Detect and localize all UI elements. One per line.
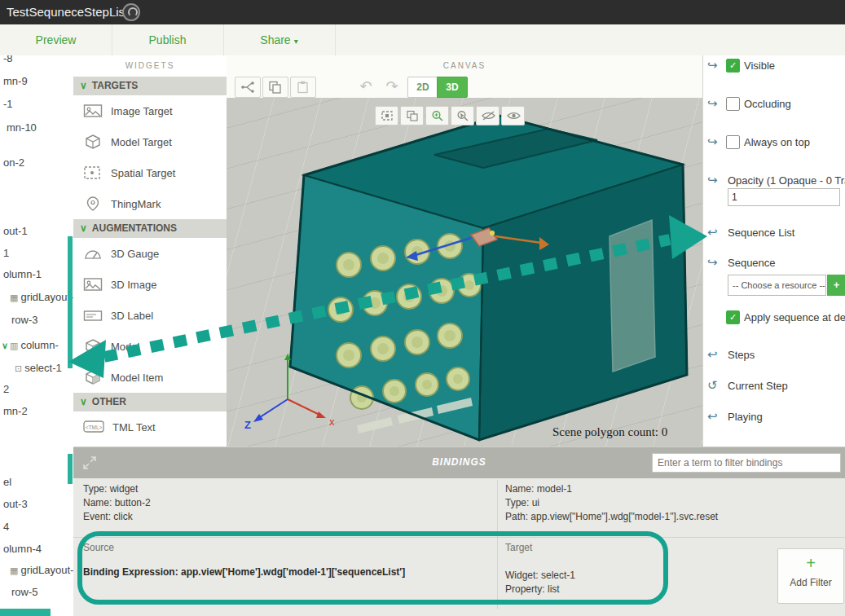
visible-checkbox[interactable]: ✓ xyxy=(726,59,740,73)
bindings-filter-input[interactable] xyxy=(652,453,841,473)
zoom-select-button[interactable] xyxy=(451,106,474,125)
plus-icon: + xyxy=(778,552,843,574)
tree-item-label: mn-10 xyxy=(7,121,37,134)
project-title: TestSequneceStepList xyxy=(7,5,128,19)
zoom-in-button[interactable] xyxy=(425,106,449,125)
section-other[interactable]: ∨OTHER xyxy=(73,393,227,411)
tree-item[interactable]: mn-10 xyxy=(0,121,73,136)
widget-3d-label[interactable]: 3D Label xyxy=(73,300,227,331)
scene-polygon-count: Scene polygon count: 0 xyxy=(552,425,702,439)
widget-3d-gauge[interactable]: 3D Gauge xyxy=(73,238,227,269)
tree-item-label: olumn-4 xyxy=(3,543,42,555)
tree-item[interactable]: olumn-1 xyxy=(0,268,73,283)
apply-sequence-checkbox[interactable]: ✓ xyxy=(726,310,740,324)
widget-model[interactable]: Model xyxy=(73,331,227,362)
tree-item-gridlayout[interactable]: ▦gridLayout-4 xyxy=(0,564,73,579)
binding-target-type: Type: ui xyxy=(505,497,539,508)
bind-arrow-icon[interactable]: ↪ xyxy=(707,134,718,149)
chevron-expanded-icon[interactable]: ∨ xyxy=(2,341,8,350)
tree-horizontal-scrollbar[interactable] xyxy=(0,609,51,616)
opacity-input[interactable] xyxy=(728,188,840,206)
binding-target-name: Name: model-1 xyxy=(505,483,572,495)
tree-item[interactable]: out-1 xyxy=(0,225,73,240)
binding-target-property[interactable]: Property: list xyxy=(505,583,560,595)
tree-item[interactable]: 4 xyxy=(0,521,73,535)
show-button[interactable] xyxy=(501,106,525,125)
steps-label: Steps xyxy=(728,349,755,361)
bind-arrow-left-icon[interactable]: ↩ xyxy=(707,409,718,424)
section-augmentations[interactable]: ∨AUGMENTATIONS xyxy=(73,219,227,238)
fit-view-button[interactable] xyxy=(375,106,398,125)
redo-button[interactable]: ↷ xyxy=(381,77,403,96)
tree-item-gridlayout[interactable]: ▦gridLayout-2 xyxy=(0,291,73,306)
occluding-checkbox[interactable] xyxy=(726,97,740,111)
binding-source-type: Type: widget xyxy=(83,483,138,495)
tree-item-column[interactable]: ∨▥column- xyxy=(0,339,73,354)
undo-icon: ↶ xyxy=(359,77,372,95)
3d-model-render: Z x xyxy=(227,98,702,447)
canvas-panel: CANVAS ↶ ↷ 2D 3D xyxy=(227,55,702,447)
tree-item[interactable]: el xyxy=(0,476,73,491)
tree-item[interactable]: -1 xyxy=(0,98,73,112)
section-targets[interactable]: ∨TARGETS xyxy=(73,77,227,95)
copy-button[interactable] xyxy=(262,77,288,98)
widget-3d-image[interactable]: 3D Image xyxy=(73,269,227,300)
tree-item[interactable]: 1 xyxy=(0,247,73,262)
3d-viewport[interactable]: Z x Scene polygon count: 0 xyxy=(227,98,702,447)
bind-arrow-icon[interactable]: ↪ xyxy=(707,96,718,111)
binding-target-path: Path: app.view["Home"].wdg["model-1"].sv… xyxy=(505,511,718,522)
tree-item-label: column- xyxy=(20,339,58,351)
resource-dropdown[interactable]: -- Choose a resource -- xyxy=(728,275,826,296)
zoom-in-icon xyxy=(431,110,444,121)
tree-item[interactable]: -8 xyxy=(0,55,73,67)
always-on-top-checkbox[interactable] xyxy=(726,135,740,149)
eye-off-icon xyxy=(481,110,495,121)
tree-item[interactable]: olumn-4 xyxy=(0,543,73,557)
tree-item-label: row-3 xyxy=(11,314,38,326)
widget-spatial-target[interactable]: Spatial Target xyxy=(73,157,227,188)
preview-button[interactable]: Preview xyxy=(0,24,112,55)
sequence-label: Sequence xyxy=(728,257,776,269)
undo-button[interactable]: ↶ xyxy=(355,77,376,96)
bind-arrow-icon[interactable]: ↪ xyxy=(707,173,718,187)
toggle-2d-button[interactable]: 2D xyxy=(407,77,438,98)
bind-arrow-icon[interactable]: ↪ xyxy=(707,58,718,73)
binding-target-widget[interactable]: Widget: select-1 xyxy=(505,570,575,581)
hide-button[interactable] xyxy=(476,106,500,125)
widget-model-target[interactable]: Model Target xyxy=(73,126,227,157)
share-button[interactable]: Share▾ xyxy=(223,24,336,55)
binding-expression[interactable]: Binding Expression: app.view['Home'].wdg… xyxy=(83,566,405,578)
widget-image-target[interactable]: Image Target xyxy=(73,95,227,126)
transform-tool-button[interactable] xyxy=(235,77,261,98)
tree-item[interactable]: out-3 xyxy=(0,498,73,513)
paste-button[interactable] xyxy=(290,77,316,98)
tree-item-label: 1 xyxy=(3,247,9,259)
chevron-down-icon: ∨ xyxy=(80,396,87,407)
resource-add-button[interactable]: + xyxy=(827,275,845,296)
widget-tml-text[interactable]: <TML> TML Text xyxy=(73,411,227,442)
bind-refresh-icon[interactable]: ↺ xyxy=(707,378,718,393)
tree-item[interactable]: mn-9 xyxy=(0,75,73,90)
duplicate-view-button[interactable] xyxy=(400,106,424,125)
add-filter-button[interactable]: + Add Filter xyxy=(777,548,844,604)
target-column-header: Target xyxy=(505,542,532,553)
tree-item-select[interactable]: ⊡select-1 xyxy=(0,362,73,376)
toggle-3d-button[interactable]: 3D xyxy=(437,77,468,98)
project-status-icon[interactable] xyxy=(122,3,140,21)
bind-arrow-icon[interactable]: ↪ xyxy=(707,255,718,270)
publish-button[interactable]: Publish xyxy=(112,24,224,55)
widget-model-item[interactable]: Model Item xyxy=(73,362,227,393)
bindings-column-divider xyxy=(497,480,498,609)
bind-arrow-left-icon[interactable]: ↩ xyxy=(707,347,718,362)
widget-thingmark[interactable]: ThingMark xyxy=(73,188,227,219)
label-3d-icon xyxy=(83,308,103,323)
tree-scrollbar-thumb[interactable] xyxy=(68,454,73,484)
tree-item[interactable]: row-5 xyxy=(0,586,73,601)
redo-icon: ↷ xyxy=(385,77,398,95)
tree-item[interactable]: on-2 xyxy=(0,156,73,171)
tree-item[interactable]: row-3 xyxy=(0,314,73,328)
tree-item[interactable]: mn-2 xyxy=(0,405,73,420)
tree-scrollbar-thumb[interactable] xyxy=(68,236,73,368)
bind-arrow-left-icon[interactable]: ↩ xyxy=(707,225,718,240)
tree-item[interactable]: 2 xyxy=(0,383,73,398)
